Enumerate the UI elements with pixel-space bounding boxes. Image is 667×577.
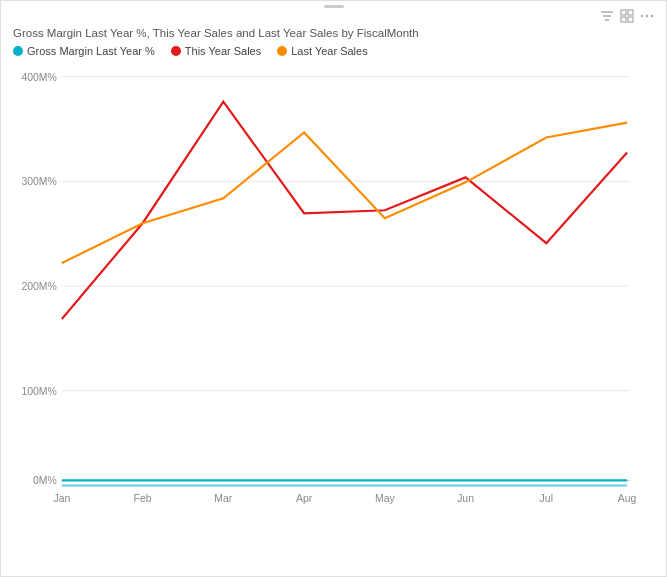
legend: Gross Margin Last Year % This Year Sales… [13, 45, 658, 57]
svg-point-9 [651, 15, 653, 17]
svg-rect-3 [621, 10, 626, 15]
x-label-jun: Jun [457, 493, 474, 504]
toolbar [600, 7, 658, 30]
legend-item-gross-margin: Gross Margin Last Year % [13, 45, 155, 57]
y-label-300: 300M% [21, 176, 56, 187]
chart-svg: 400M% 300M% 200M% 100M% 0M% Jan Feb Mar … [17, 61, 650, 531]
x-label-jan: Jan [53, 493, 70, 504]
filter-icon[interactable] [600, 9, 614, 26]
chart-container: Gross Margin Last Year %, This Year Sale… [0, 0, 667, 577]
y-label-400: 400M% [21, 72, 56, 83]
svg-rect-4 [628, 10, 633, 15]
chart-area: 400M% 300M% 200M% 100M% 0M% Jan Feb Mar … [17, 61, 650, 531]
expand-icon[interactable] [620, 9, 634, 26]
chart-title: Gross Margin Last Year %, This Year Sale… [13, 27, 658, 39]
svg-point-8 [646, 15, 648, 17]
legend-label-gross-margin: Gross Margin Last Year % [27, 45, 155, 57]
more-options-icon[interactable] [640, 9, 654, 26]
svg-rect-6 [628, 17, 633, 22]
legend-dot-gross-margin [13, 46, 23, 56]
svg-point-7 [641, 15, 643, 17]
x-label-apr: Apr [296, 493, 313, 504]
x-label-may: May [375, 493, 396, 504]
drag-handle[interactable] [324, 5, 344, 8]
legend-dot-this-year-sales [171, 46, 181, 56]
svg-rect-5 [621, 17, 626, 22]
last-year-sales-line [62, 123, 627, 264]
y-label-0: 0M% [33, 475, 57, 486]
legend-item-this-year-sales: This Year Sales [171, 45, 261, 57]
legend-label-last-year-sales: Last Year Sales [291, 45, 367, 57]
y-label-100: 100M% [21, 386, 56, 397]
legend-item-last-year-sales: Last Year Sales [277, 45, 367, 57]
x-label-feb: Feb [134, 493, 152, 504]
x-label-aug: Aug [618, 493, 637, 504]
x-label-mar: Mar [214, 493, 233, 504]
x-label-jul: Jul [540, 493, 553, 504]
legend-label-this-year-sales: This Year Sales [185, 45, 261, 57]
y-label-200: 200M% [21, 281, 56, 292]
legend-dot-last-year-sales [277, 46, 287, 56]
